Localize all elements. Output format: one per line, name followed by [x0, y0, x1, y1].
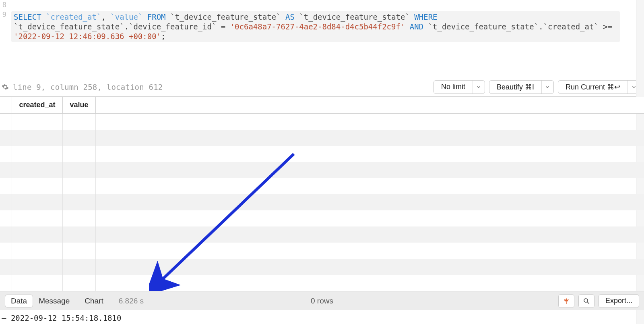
- beautify-button[interactable]: Beautify ⌘I: [489, 80, 554, 94]
- sql-editor[interactable]: 8 9 SELECT `created_at`, `value` FROM `t…: [0, 0, 644, 42]
- results-grid[interactable]: created_at value: [0, 97, 644, 291]
- run-current-button[interactable]: Run Current ⌘↩: [558, 80, 640, 94]
- search-button[interactable]: [578, 294, 594, 308]
- table-row: [0, 275, 644, 291]
- editor-toolbar: line 9, column 258, location 612 No limi…: [0, 77, 644, 97]
- gear-icon[interactable]: [2, 83, 9, 91]
- pin-button[interactable]: [558, 294, 574, 308]
- tab-chart[interactable]: Chart: [79, 295, 109, 307]
- table-row: [0, 194, 644, 210]
- grid-body: [0, 114, 644, 291]
- table-row: [0, 114, 644, 130]
- table-row: [0, 162, 644, 178]
- tab-data[interactable]: Data: [5, 295, 33, 307]
- table-row: [0, 226, 644, 243]
- svg-line-3: [587, 302, 589, 304]
- table-row: [0, 130, 644, 146]
- run-label: Run Current ⌘↩: [558, 81, 627, 93]
- tab-message[interactable]: Message: [33, 295, 75, 307]
- rownum-header: [0, 97, 12, 113]
- cursor-location: line 9, column 258, location 612: [13, 83, 163, 91]
- chevron-down-icon[interactable]: [473, 81, 485, 93]
- column-header[interactable]: value: [63, 97, 96, 113]
- beautify-label: Beautify ⌘I: [489, 81, 541, 93]
- status-bar: Data Message Chart 6.826 s 0 rows Export…: [0, 291, 644, 310]
- svg-point-2: [584, 299, 588, 302]
- line-number: 9: [1, 10, 6, 19]
- limit-select[interactable]: No limit: [433, 80, 485, 94]
- log-timestamp: – 2022-09-12 15:54:18.1810: [0, 312, 123, 324]
- result-tabs: Data Message Chart: [5, 295, 109, 307]
- table-row: [0, 178, 644, 194]
- sql-statement[interactable]: SELECT `created_at`, `value` FROM `t_dev…: [11, 11, 620, 42]
- elapsed-time: 6.826 s: [119, 297, 144, 305]
- line-number-gutter: 8 9: [1, 0, 6, 19]
- column-header[interactable]: created_at: [12, 97, 63, 113]
- row-count: 0 rows: [311, 297, 333, 305]
- table-row: [0, 210, 644, 226]
- table-row: [0, 259, 644, 275]
- export-button[interactable]: Export...: [599, 294, 639, 308]
- tab-separator: [77, 297, 77, 305]
- chevron-down-icon[interactable]: [541, 81, 553, 93]
- limit-label: No limit: [434, 81, 473, 93]
- line-number: 8: [1, 0, 6, 10]
- table-row: [0, 146, 644, 162]
- grid-header: created_at value: [0, 97, 644, 114]
- table-row: [0, 243, 644, 259]
